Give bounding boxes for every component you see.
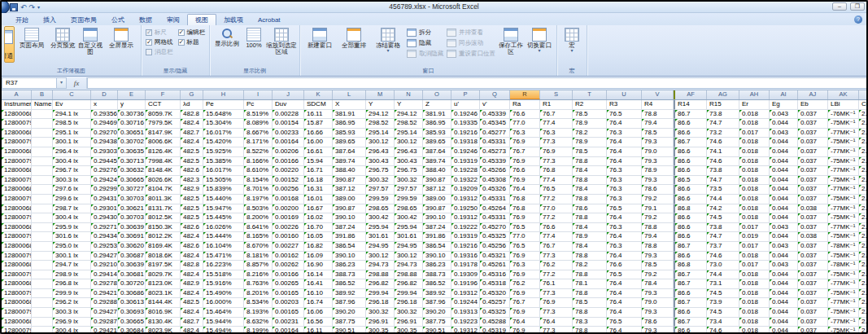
- cell-S[interactable]: 76.9: [540, 147, 573, 157]
- cell-F[interactable]: 8011.3K: [146, 195, 181, 204]
- cell-C[interactable]: 294.7 lx: [53, 261, 91, 270]
- cell-AJ[interactable]: 0.037: [798, 213, 828, 223]
- cell-AI[interactable]: 0.044: [770, 327, 798, 332]
- cell-N[interactable]: 301.61: [395, 232, 423, 242]
- column-header-N[interactable]: N: [395, 90, 423, 99]
- cell-AI[interactable]: 0.044: [770, 204, 798, 214]
- cell-A[interactable]: 12800079: [2, 138, 32, 147]
- cell-G[interactable]: 482.6: [181, 242, 203, 252]
- cell-G[interactable]: 482.5: [181, 157, 203, 167]
- cell-T[interactable]: 78.2: [573, 261, 607, 270]
- tab-view[interactable]: 视图: [187, 14, 216, 25]
- cell-AF[interactable]: 86.7: [674, 270, 707, 280]
- cell-V[interactable]: 79.3: [642, 157, 674, 167]
- column-header-M[interactable]: M: [366, 90, 395, 99]
- cell-B[interactable]: [32, 327, 53, 332]
- cell-M[interactable]: 300.43: [366, 157, 395, 167]
- cell-R[interactable]: 76.5: [510, 242, 540, 252]
- cell-M[interactable]: 298.52: [366, 119, 395, 129]
- cell-V[interactable]: 78.8: [642, 242, 674, 252]
- header-cell-T[interactable]: R2: [573, 100, 607, 110]
- cell-D[interactable]: 0.29427: [91, 252, 118, 261]
- save-workspace-button[interactable]: 保存工作区: [497, 26, 525, 55]
- cell-A[interactable]: 12800068: [2, 298, 32, 308]
- cell-E[interactable]: 0.30681: [118, 270, 146, 280]
- cell-Q[interactable]: 0.45277: [480, 129, 510, 138]
- cell-AL[interactable]: 2.5M: [859, 308, 866, 318]
- cell-S[interactable]: 77.3: [540, 289, 573, 299]
- cell-M[interactable]: 300.12: [366, 138, 395, 147]
- cell-B[interactable]: [32, 176, 53, 186]
- cell-V[interactable]: 79.3: [642, 289, 674, 299]
- cell-H[interactable]: 16.026%: [203, 223, 244, 233]
- cell-K[interactable]: 16.09: [304, 252, 333, 261]
- cell-U[interactable]: 76.5: [607, 270, 642, 280]
- column-header-Q[interactable]: Q: [480, 90, 510, 99]
- cell-V[interactable]: 79.2: [642, 213, 674, 223]
- cell-O[interactable]: 387.96: [423, 298, 451, 308]
- cell-R[interactable]: 76.8: [510, 195, 540, 204]
- cell-O[interactable]: 387.64: [423, 147, 451, 157]
- cell-AI[interactable]: 0.044: [770, 147, 798, 157]
- cell-I[interactable]: 8.641%: [244, 223, 273, 233]
- cell-I[interactable]: 8.632%: [244, 318, 273, 327]
- cell-AF[interactable]: 86.8: [674, 261, 707, 270]
- cell-D[interactable]: 0.29431: [91, 195, 118, 204]
- cell-AL[interactable]: 2.5M: [859, 232, 866, 242]
- header-cell-O[interactable]: Z: [423, 100, 451, 110]
- cell-F[interactable]: 8169.4K: [146, 242, 181, 252]
- cell-U[interactable]: 76.4: [607, 279, 642, 289]
- cell-P[interactable]: 0.19309: [451, 270, 480, 280]
- cell-J[interactable]: 0.00206: [273, 147, 304, 157]
- cell-Q[interactable]: 0.45325: [480, 308, 510, 318]
- header-cell-AJ[interactable]: Eb: [798, 100, 828, 110]
- cell-P[interactable]: 0.19178: [451, 261, 480, 270]
- cell-M[interactable]: 295.14: [366, 129, 395, 138]
- cell-G[interactable]: 482.4: [181, 289, 203, 299]
- cell-H[interactable]: 15.440%: [203, 195, 244, 204]
- tab-formulas[interactable]: 公式: [104, 15, 132, 25]
- column-header-O[interactable]: O: [423, 90, 451, 99]
- cell-K[interactable]: 16.11: [304, 327, 333, 332]
- cell-M[interactable]: 298.65: [366, 204, 395, 214]
- cell-M[interactable]: 296.18: [366, 298, 395, 308]
- cell-S[interactable]: 77.3: [540, 138, 573, 147]
- cell-AH[interactable]: 0.018: [739, 185, 770, 195]
- tab-insert[interactable]: 插入: [36, 15, 63, 25]
- cell-AJ[interactable]: 0.037: [798, 147, 828, 157]
- synchronous-scrolling-button[interactable]: 同步滚动: [445, 38, 497, 48]
- cell-P[interactable]: 0.19196: [451, 279, 480, 289]
- header-cell-H[interactable]: Pe: [203, 100, 244, 110]
- cell-T[interactable]: 78.5: [573, 298, 607, 308]
- cell-M[interactable]: 294.12: [366, 110, 395, 120]
- column-header-T[interactable]: T: [573, 90, 607, 99]
- cell-U[interactable]: 76.4: [607, 138, 642, 147]
- cell-L[interactable]: 389.65: [333, 138, 366, 147]
- cell-P[interactable]: 0.19316: [451, 252, 480, 261]
- header-cell-AG[interactable]: R15: [707, 100, 739, 110]
- cell-AJ[interactable]: 0.038: [798, 232, 828, 242]
- cell-E[interactable]: 0.30684: [118, 327, 146, 332]
- cell-AJ[interactable]: 0.037: [798, 157, 828, 167]
- cell-T[interactable]: 78.5: [573, 147, 607, 157]
- cell-AJ[interactable]: 0.037: [798, 279, 828, 289]
- header-cell-I[interactable]: Pc: [244, 100, 273, 110]
- cell-H[interactable]: 15.471%: [203, 252, 244, 261]
- cell-E[interactable]: 0.30720: [118, 279, 146, 289]
- cell-M[interactable]: 296.82: [366, 279, 395, 289]
- cell-N[interactable]: 296.91: [395, 318, 423, 327]
- cell-U[interactable]: 76.5: [607, 204, 642, 214]
- cell-E[interactable]: 0.30716: [118, 119, 146, 129]
- cell-P[interactable]: 0.19312: [451, 195, 480, 204]
- cell-K[interactable]: 16.11: [304, 110, 333, 120]
- cell-J[interactable]: 0.00265: [273, 279, 304, 289]
- cell-H[interactable]: 15.839%: [203, 185, 244, 195]
- cell-S[interactable]: 76.8: [540, 166, 573, 176]
- cell-E[interactable]: 0.30713: [118, 157, 146, 167]
- cell-AF[interactable]: 86.6: [674, 147, 707, 157]
- column-header-C[interactable]: C: [53, 90, 91, 99]
- cell-C[interactable]: 294.1 lx: [53, 110, 91, 120]
- column-header-L[interactable]: L: [333, 90, 366, 99]
- cell-S[interactable]: 76.5: [540, 185, 573, 195]
- cell-H[interactable]: 15.445%: [203, 213, 244, 223]
